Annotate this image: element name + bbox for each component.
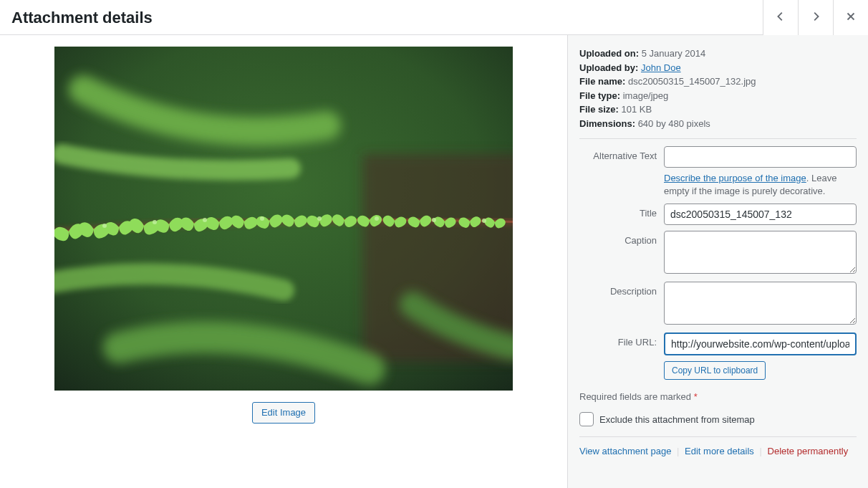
dimensions-label: Dimensions: bbox=[579, 118, 635, 129]
file-type-label: File type: bbox=[579, 90, 620, 101]
required-asterisk: * bbox=[694, 391, 698, 402]
attachment-details-modal: Attachment details bbox=[0, 0, 868, 488]
attachment-sidebar: Uploaded on: 5 January 2014 Uploaded by:… bbox=[567, 35, 868, 488]
file-url-label: File URL: bbox=[579, 332, 664, 348]
action-separator-1: | bbox=[677, 446, 679, 456]
caption-label: Caption bbox=[579, 231, 664, 246]
alt-text-input[interactable] bbox=[664, 146, 857, 168]
exclude-sitemap-checkbox[interactable] bbox=[579, 412, 594, 426]
description-label: Description bbox=[579, 282, 664, 297]
view-attachment-link[interactable]: View attachment page bbox=[579, 446, 671, 456]
svg-point-10 bbox=[432, 218, 436, 222]
alt-text-help-link[interactable]: Describe the purpose of the image bbox=[664, 173, 806, 183]
delete-permanently-link[interactable]: Delete permanently bbox=[768, 446, 849, 456]
svg-point-8 bbox=[317, 216, 322, 221]
modal-header: Attachment details bbox=[0, 0, 868, 35]
alt-text-label: Alternative Text bbox=[579, 146, 664, 161]
required-fields-text: Required fields are marked bbox=[579, 391, 691, 402]
svg-point-7 bbox=[260, 216, 264, 221]
svg-point-6 bbox=[203, 218, 207, 222]
description-textarea[interactable] bbox=[664, 282, 857, 325]
edit-image-button[interactable]: Edit Image bbox=[252, 402, 315, 424]
modal-body: Edit Image Uploaded on: 5 January 2014 U… bbox=[0, 35, 868, 488]
uploaded-by-label: Uploaded by: bbox=[579, 62, 638, 73]
required-fields-note: Required fields are marked * bbox=[579, 391, 857, 402]
copy-url-button[interactable]: Copy URL to clipboard bbox=[664, 361, 766, 380]
file-type-value: image/jpeg bbox=[623, 90, 669, 101]
svg-point-4 bbox=[102, 224, 107, 228]
next-button[interactable] bbox=[798, 0, 833, 35]
alt-text-help: Describe the purpose of the image. Leave… bbox=[664, 172, 857, 198]
prev-button[interactable] bbox=[763, 0, 798, 35]
chevron-left-icon bbox=[774, 10, 787, 25]
file-url-input[interactable] bbox=[664, 332, 857, 355]
file-size-label: File size: bbox=[579, 104, 619, 115]
edit-more-details-link[interactable]: Edit more details bbox=[685, 446, 754, 456]
close-button[interactable] bbox=[833, 0, 868, 35]
close-icon bbox=[844, 10, 857, 25]
uploaded-on-value: 5 January 2014 bbox=[642, 48, 706, 59]
title-label: Title bbox=[579, 204, 664, 219]
file-size-value: 101 KB bbox=[622, 104, 652, 115]
uploaded-on-label: Uploaded on: bbox=[579, 48, 639, 59]
action-separator-2: | bbox=[760, 446, 762, 456]
uploaded-by-link[interactable]: John Doe bbox=[641, 62, 681, 73]
svg-point-5 bbox=[153, 220, 157, 224]
modal-nav-actions bbox=[763, 0, 868, 35]
chevron-right-icon bbox=[809, 10, 822, 25]
caption-textarea[interactable] bbox=[664, 231, 857, 274]
file-name-label: File name: bbox=[579, 76, 625, 87]
title-input[interactable] bbox=[664, 204, 857, 225]
modal-title: Attachment details bbox=[0, 0, 164, 35]
file-name-value: dsc20050315_145007_132.jpg bbox=[628, 76, 756, 87]
media-preview-pane: Edit Image bbox=[0, 35, 567, 488]
svg-point-9 bbox=[375, 216, 379, 221]
attachment-meta-details: Uploaded on: 5 January 2014 Uploaded by:… bbox=[579, 47, 857, 139]
svg-point-11 bbox=[482, 219, 486, 223]
attachment-image bbox=[54, 47, 513, 391]
attachment-actions: View attachment page | Edit more details… bbox=[579, 446, 857, 456]
exclude-sitemap-label: Exclude this attachment from sitemap bbox=[599, 414, 755, 425]
attachment-settings: Alternative Text Describe the purpose of… bbox=[579, 139, 857, 456]
dimensions-value: 640 by 480 pixels bbox=[638, 118, 710, 129]
